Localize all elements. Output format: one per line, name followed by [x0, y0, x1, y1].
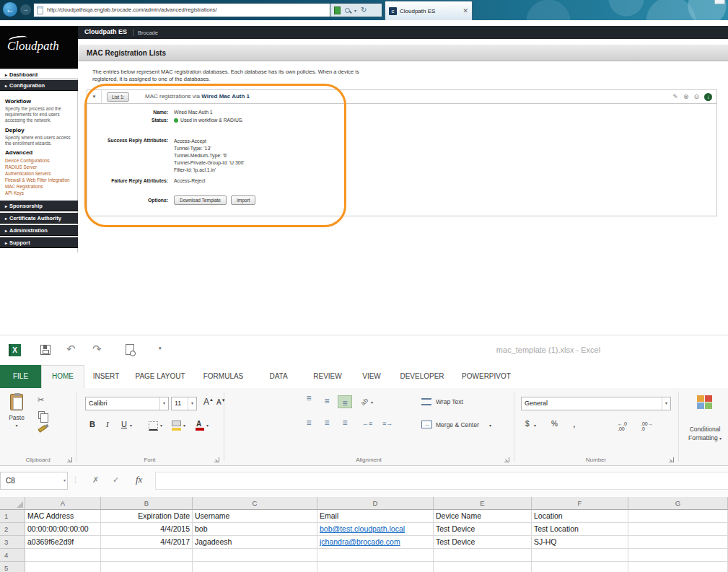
currency-dropdown-icon[interactable]: ▾ — [534, 423, 536, 428]
cell-A5[interactable] — [25, 562, 101, 572]
clipboard-dialog-launcher-icon[interactable] — [67, 457, 72, 462]
edit-pencil-icon[interactable]: ✎ — [672, 92, 678, 102]
wrap-text-icon[interactable] — [421, 398, 431, 405]
decrease-decimal-icon[interactable]: .00→.0 — [641, 421, 653, 431]
column-header-G[interactable]: G — [628, 497, 728, 510]
column-header-F[interactable]: F — [532, 497, 628, 510]
font-name-combo[interactable]: Calibri▾ — [85, 397, 169, 410]
font-color-icon[interactable]: A — [196, 420, 201, 428]
number-format-combo[interactable]: General▾ — [521, 397, 671, 410]
ribbon-tab-review[interactable]: REVIEW — [303, 365, 352, 388]
sidebar-item-dashboard[interactable]: ▸Dashboard — [0, 69, 78, 79]
cell-B3[interactable]: 4/4/2017 — [101, 536, 193, 549]
chevron-down-icon[interactable]: ▾ — [188, 397, 196, 410]
forward-icon[interactable]: → — [20, 4, 31, 15]
ribbon-tab-file[interactable]: FILE — [0, 365, 41, 388]
paste-dropdown-icon[interactable]: ▾ — [0, 423, 33, 428]
ribbon-tab-view[interactable]: VIEW — [352, 365, 391, 388]
alignment-dialog-launcher-icon[interactable] — [504, 457, 509, 462]
row-header-4[interactable]: 4 — [0, 549, 25, 562]
cell-D2[interactable]: bob@test.cloudpath.local — [317, 523, 434, 536]
cell-A1[interactable]: MAC Address — [25, 510, 101, 523]
fill-color-icon[interactable] — [172, 421, 181, 426]
back-icon[interactable]: ← — [2, 1, 18, 17]
sidebar-item-certificate-authority[interactable]: ▸Certificate Authority — [0, 213, 78, 224]
row-header-5[interactable]: 5 — [0, 562, 25, 572]
cell-B1[interactable]: Expiration Date — [101, 510, 193, 523]
copy-icon[interactable] — [38, 411, 45, 419]
browser-tab[interactable]: c Cloudpath ES ✕ — [385, 1, 473, 20]
cell-D3[interactable]: jchandra@brocade.com — [317, 536, 434, 549]
search-icon[interactable] — [345, 8, 350, 13]
ribbon-tab-formulas[interactable]: FORMULAS — [193, 365, 254, 388]
cell-B2[interactable]: 4/4/2015 — [101, 523, 193, 536]
ribbon-tab-insert[interactable]: INSERT — [84, 365, 128, 388]
paste-label[interactable]: Paste — [0, 414, 33, 421]
cell-D5[interactable] — [317, 562, 434, 572]
paste-icon[interactable] — [10, 394, 23, 410]
merge-center-icon[interactable]: ↔ — [421, 421, 432, 428]
cell-D1[interactable]: Email — [317, 510, 434, 523]
cell-A4[interactable] — [25, 549, 101, 562]
enter-icon[interactable]: ✓ — [113, 475, 119, 485]
ribbon-tab-developer[interactable]: DEVELOPER — [391, 365, 453, 388]
sidebar-item-sponsorship[interactable]: ▸Sponsorship — [0, 201, 78, 211]
align-center-icon[interactable]: ≡ — [320, 417, 334, 430]
column-header-B[interactable]: B — [101, 497, 193, 510]
cell-A3[interactable]: a0369f6e2d9f — [25, 536, 101, 549]
cell-G2[interactable] — [628, 523, 728, 536]
ribbon-tab-powerpivot[interactable]: POWERPIVOT — [453, 365, 519, 388]
sidebar-link-mac-registrations[interactable]: MAC Registrations — [5, 183, 74, 190]
print-preview-icon[interactable] — [126, 344, 134, 355]
conditional-formatting-label-2[interactable]: Formatting ▾ — [682, 434, 728, 441]
align-left-icon[interactable]: ≡ — [302, 417, 316, 430]
qat-customize-icon[interactable]: ▾ — [159, 346, 162, 351]
underline-button[interactable]: U — [121, 420, 127, 428]
orientation-icon[interactable]: ab — [359, 397, 369, 407]
number-dialog-launcher-icon[interactable] — [669, 457, 674, 462]
ribbon-tab-page-layout[interactable]: PAGE LAYOUT — [128, 365, 193, 388]
increase-decimal-icon[interactable]: ←.0.00 — [618, 421, 627, 431]
ribbon-tab-data[interactable]: DATA — [254, 365, 303, 388]
sidebar-link-device-configurations[interactable]: Device Configurations — [5, 157, 74, 164]
sidebar-item-configuration[interactable]: ▸Configuration — [0, 80, 78, 91]
cell-C1[interactable]: Username — [193, 510, 317, 523]
decrease-font-size-icon[interactable]: A▼ — [216, 398, 226, 406]
delete-icon[interactable]: ⊗ — [683, 92, 689, 102]
align-right-icon[interactable]: ≡ — [338, 417, 352, 430]
cell-E2[interactable]: Test Device — [434, 523, 532, 536]
column-header-C[interactable]: C — [193, 497, 317, 510]
column-header-E[interactable]: E — [434, 497, 532, 510]
cancel-icon[interactable]: ✗ — [92, 475, 99, 485]
conditional-formatting-label-1[interactable]: Conditional — [682, 426, 728, 433]
top-align-icon[interactable]: ≡ — [302, 395, 316, 408]
sidebar-link-radius-server[interactable]: RADIUS Server — [5, 164, 74, 170]
certificate-icon[interactable] — [334, 6, 341, 14]
cloudpath-logo[interactable]: Cloudpath — [0, 26, 78, 69]
conditional-formatting-icon[interactable] — [697, 395, 713, 410]
redo-icon[interactable]: ↷ — [92, 343, 102, 356]
row-header-1[interactable]: 1 — [0, 510, 25, 523]
cell-E5[interactable] — [434, 562, 532, 572]
undo-icon[interactable]: ↶ — [66, 343, 76, 356]
cell-G4[interactable] — [628, 549, 728, 562]
ribbon-tab-home[interactable]: HOME — [41, 365, 84, 388]
sidebar-link-authentication-servers[interactable]: Authentication Servers — [5, 170, 74, 177]
fill-color-dropdown-icon[interactable]: ▾ — [183, 423, 185, 428]
font-dialog-launcher-icon[interactable] — [214, 457, 219, 462]
orientation-dropdown-icon[interactable]: ▾ — [371, 400, 373, 405]
cell-C5[interactable] — [193, 562, 317, 572]
cell-C2[interactable]: bob — [193, 523, 317, 536]
excel-app-icon[interactable]: X — [9, 344, 21, 356]
cell-G5[interactable] — [628, 562, 728, 572]
cell-E3[interactable]: Test Device — [434, 536, 532, 549]
cut-icon[interactable]: ✂ — [38, 395, 44, 405]
font-color-dropdown-icon[interactable]: ▾ — [206, 423, 209, 428]
middle-align-icon[interactable]: ≡ — [320, 395, 334, 408]
comma-button[interactable]: , — [573, 418, 576, 429]
cell-F3[interactable]: SJ-HQ — [532, 536, 628, 549]
increase-font-size-icon[interactable]: A▲ — [203, 397, 214, 407]
cell-F1[interactable]: Location — [532, 510, 628, 523]
window-restore-icon[interactable] — [714, 0, 725, 4]
bold-button[interactable]: B — [89, 420, 95, 428]
